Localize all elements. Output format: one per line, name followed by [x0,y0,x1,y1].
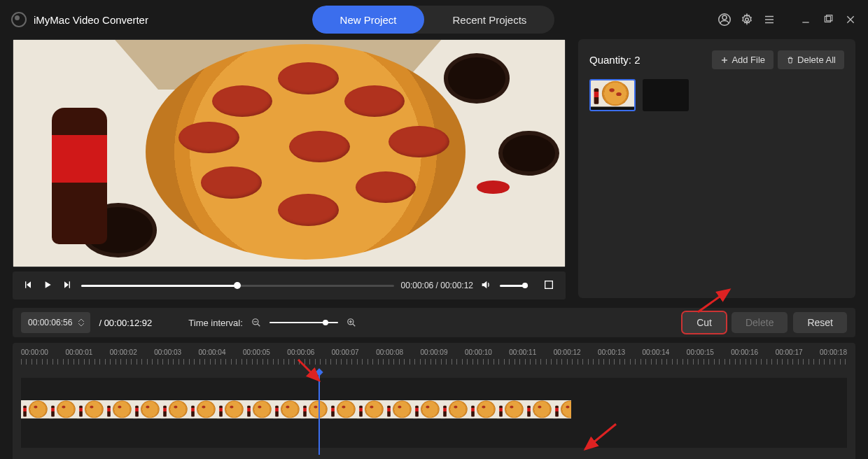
time-interval-label: Time interval: [188,318,243,328]
minimize-icon[interactable] [799,13,812,26]
reset-button[interactable]: Reset [793,312,847,333]
ruler-tick: 00:00:08 [376,348,403,356]
ruler-tick: 00:00:17 [776,348,803,356]
ruler-tick: 00:00:10 [465,348,492,356]
skip-start-icon[interactable] [22,279,35,292]
account-icon[interactable] [718,13,731,26]
delete-button[interactable]: Delete [732,312,788,333]
svg-rect-11 [545,281,553,289]
zoom-in-icon[interactable] [346,318,356,327]
add-file-button[interactable]: Add File [712,50,774,69]
tab-new-project[interactable]: New Project [312,6,425,34]
filmstrip-frame [49,400,77,425]
project-tab-group: New Project Recent Projects [312,6,555,34]
ruler-tick: 00:00:09 [421,348,448,356]
cut-button[interactable]: Cut [682,312,726,333]
app-brand: iMyMac Video Converter [11,12,148,27]
ruler-tick: 00:00:00 [21,348,48,356]
filmstrip-frame [301,400,329,425]
duration-label: / 00:00:12:92 [99,318,152,328]
ruler-tick: 00:00:03 [154,348,181,356]
ruler-tick: 00:00:07 [332,348,359,356]
svg-line-19 [353,324,356,327]
filmstrip-frame [553,400,571,425]
time-ruler[interactable]: 00:00:0000:00:0100:00:0200:00:0300:00:04… [21,348,847,368]
svg-line-16 [258,324,260,327]
zoom-slider[interactable] [270,322,338,323]
progress-slider[interactable] [81,285,394,287]
ruler-tick: 00:00:06 [287,348,314,356]
tab-recent-projects[interactable]: Recent Projects [424,6,554,34]
app-logo-icon [11,12,27,27]
thumbnail-1[interactable] [589,79,636,111]
timecode-value: 00:00:06:56 [28,318,72,327]
skip-end-icon[interactable] [62,279,74,292]
play-icon[interactable] [42,279,55,292]
quantity-label: Quantity: 2 [589,54,640,66]
volume-icon[interactable] [480,279,493,292]
delete-all-button[interactable]: Delete All [778,50,844,69]
zoom-out-icon[interactable] [251,318,261,327]
filmstrip-frame [77,400,105,425]
svg-point-2 [746,18,749,22]
thumbnail-list [589,79,844,111]
clip-list-panel: Quantity: 2 Add File Delete All [578,39,855,298]
filmstrip-track[interactable] [21,378,847,448]
filmstrip-frame [497,400,525,425]
settings-icon[interactable] [741,13,753,26]
video-frame-content [13,40,565,267]
timecode-stepper[interactable] [78,318,88,327]
playbar: 00:00:06 / 00:00:12 [13,271,566,299]
editor-toolbar: 00:00:06:56 / 00:00:12:92 Time interval:… [13,308,855,337]
ruler-tick: 00:00:12 [554,348,581,356]
ruler-tick: 00:00:02 [110,348,137,356]
menu-icon[interactable] [763,13,776,26]
playbar-timecode: 00:00:06 / 00:00:12 [401,281,473,290]
video-preview[interactable] [13,39,566,267]
filmstrip-frame [413,400,441,425]
main-area: 00:00:06 / 00:00:12 Quantity: 2 Add File [0,39,868,299]
svg-point-0 [722,15,727,20]
filmstrip-frame [441,400,469,425]
filmstrip-frame [189,400,217,425]
filmstrip-frame [245,400,273,425]
playhead[interactable] [318,371,320,455]
filmstrip-frame [217,400,245,425]
window-controls [718,13,857,26]
filmstrip-frame [357,400,385,425]
fullscreen-icon[interactable] [543,279,556,292]
timeline-panel: 00:00:0000:00:0100:00:0200:00:0300:00:04… [13,343,855,459]
filmstrip-frame [21,400,49,425]
maximize-icon[interactable] [822,13,834,26]
thumbnail-2[interactable] [643,79,689,111]
timecode-input[interactable]: 00:00:06:56 [21,312,90,333]
filmstrip-frame [469,400,497,425]
ruler-tick: 00:00:13 [598,348,625,356]
chevron-down-icon[interactable] [78,323,85,327]
volume-slider[interactable] [500,285,528,287]
filmstrip-frame [385,400,413,425]
titlebar: iMyMac Video Converter New Project Recen… [0,0,868,39]
ruler-tick: 00:00:04 [199,348,226,356]
ruler-tick: 00:00:14 [642,348,669,356]
filmstrip-frame [525,400,553,425]
ruler-tick: 00:00:01 [65,348,92,356]
ruler-tick: 00:00:18 [820,348,847,356]
app-title: iMyMac Video Converter [34,14,148,26]
filmstrip-frame [273,400,301,425]
clip-list-header: Quantity: 2 Add File Delete All [589,50,844,69]
preview-panel: 00:00:06 / 00:00:12 [13,39,566,299]
filmstrip-frame [329,400,357,425]
filmstrip-frame [133,400,161,425]
ruler-tick: 00:00:11 [509,348,536,356]
filmstrip-frame [161,400,189,425]
ruler-tick: 00:00:05 [243,348,270,356]
ruler-tick: 00:00:15 [687,348,714,356]
ruler-tick: 00:00:16 [731,348,758,356]
filmstrip-frame [105,400,133,425]
close-icon[interactable] [844,13,857,26]
